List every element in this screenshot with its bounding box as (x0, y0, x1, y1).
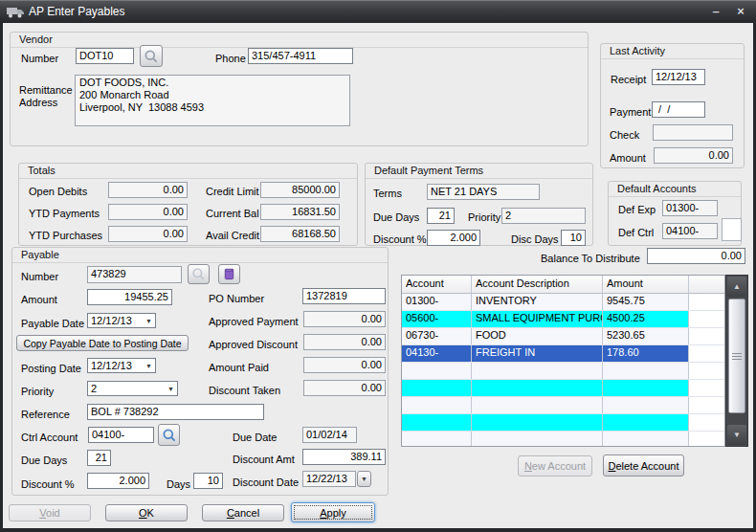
vendor-lookup-button[interactable] (140, 45, 163, 67)
terms-priority-label: Priority (468, 211, 500, 224)
table-cell-account (402, 363, 472, 379)
terms-discount-field[interactable]: 2.000 (427, 230, 480, 246)
priority-value: 2 (91, 383, 97, 395)
table-cell-description: INVENTORY (472, 294, 603, 310)
copy-payable-date-button[interactable]: Copy Payable Date to Posting Date (16, 335, 189, 351)
table-row[interactable] (402, 432, 724, 447)
dropdown-arrow-icon[interactable]: ▼ (145, 318, 152, 324)
table-cell-description (472, 380, 603, 396)
table-cell-amount (603, 432, 689, 447)
reference-field[interactable]: BOL # 738292 (87, 404, 264, 420)
cancel-button[interactable]: Cancel (202, 504, 284, 521)
amount-paid-field: 0.00 (303, 357, 386, 373)
payable-lookup-button[interactable] (188, 264, 210, 284)
table-row-filler (689, 345, 724, 362)
table-cell-description: FREIGHT IN (472, 345, 603, 362)
ctrl-account-field[interactable]: 04100- (88, 427, 154, 443)
dropdown-arrow-icon[interactable]: ▼ (167, 386, 174, 392)
def-accounts-browse-button[interactable] (722, 218, 742, 241)
discount-amt-field[interactable]: 389.11 (302, 449, 386, 465)
approved-discount-field: 0.00 (303, 334, 386, 350)
vendor-number-field[interactable]: DOT10 (76, 48, 134, 64)
remittance-address-label: Remittance Address (19, 84, 73, 109)
table-cell-account (402, 397, 472, 413)
table-row[interactable]: 01300-INVENTORY9545.75 (402, 294, 724, 311)
column-header-description: Account Description (472, 276, 603, 293)
table-cell-account: 06730- (402, 328, 472, 344)
payable-amount-field[interactable]: 19455.25 (87, 289, 172, 305)
payable-number-field[interactable]: 473829 (87, 266, 182, 283)
phone-field[interactable]: 315/457-4911 (248, 48, 353, 64)
posting-date-label: Posting Date (21, 363, 81, 375)
discount-date-field[interactable]: 12/22/13 (302, 471, 356, 487)
due-days-field[interactable]: 21 (87, 450, 111, 466)
table-row[interactable]: 05600-SMALL EQUIPMENT PURCHA4500.25 (402, 311, 724, 328)
table-row-filler (689, 311, 724, 327)
account-table-body: 01300-INVENTORY9545.7505600-SMALL EQUIPM… (402, 294, 724, 447)
delete-account-button[interactable]: Delete Account (603, 454, 684, 477)
window: AP Enter Payables – × Vendor Number DOT1… (0, 0, 756, 532)
payable-date-field[interactable]: 12/12/13 ▼ (87, 313, 156, 328)
apply-button[interactable]: Apply (291, 502, 375, 522)
priority-select[interactable]: 2 ▼ (87, 381, 178, 396)
table-row[interactable]: 06730-FOOD5230.65 (402, 328, 724, 345)
table-row-filler (689, 328, 724, 344)
truck-icon (7, 6, 25, 18)
search-icon (144, 49, 159, 64)
table-row[interactable] (402, 397, 724, 414)
account-table: Account Account Description Amount 01300… (401, 275, 725, 447)
discount-date-dropdown-button[interactable]: ▼ (357, 471, 371, 487)
dropdown-arrow-icon[interactable]: ▼ (145, 363, 152, 369)
def-exp-label: Def Exp (618, 204, 656, 216)
discount-pct-field[interactable]: 2.000 (87, 473, 149, 489)
table-row[interactable]: 04130-FREIGHT IN178.60 (402, 345, 724, 363)
search-icon (162, 428, 177, 443)
table-cell-amount (603, 380, 689, 396)
title-bar: AP Enter Payables – × (0, 0, 756, 23)
credit-limit-label: Credit Limit (206, 186, 259, 198)
scrollbar-thumb[interactable] (728, 299, 745, 413)
table-row[interactable] (402, 414, 724, 432)
terms-due-days-field[interactable]: 21 (427, 208, 455, 224)
scroll-up-button[interactable]: ▲ (727, 277, 746, 297)
void-button: Void (9, 504, 91, 521)
last-amount-label: Amount (610, 152, 646, 165)
ctrl-account-label: Ctrl Account (21, 432, 78, 444)
current-bal-field: 16831.50 (260, 204, 340, 220)
terms-field: NET 21 DAYS (427, 184, 540, 200)
table-row-filler (689, 414, 724, 431)
ctrl-account-lookup-button[interactable] (158, 424, 180, 446)
table-row[interactable] (402, 380, 724, 397)
notes-button[interactable] (218, 264, 240, 284)
table-cell-account (402, 414, 472, 431)
balance-to-distribute-field: 0.00 (647, 248, 745, 264)
payable-date-label: Payable Date (21, 318, 84, 330)
table-cell-description (472, 414, 603, 431)
po-number-field[interactable]: 1372819 (302, 288, 386, 304)
scroll-down-button[interactable]: ▼ (727, 425, 746, 445)
due-date-field: 01/02/14 (302, 427, 357, 443)
table-cell-amount (603, 397, 689, 413)
totals-caption: Totals (19, 164, 357, 179)
posting-date-value: 12/12/13 (91, 360, 132, 372)
close-button[interactable]: × (730, 2, 751, 20)
due-date-label: Due Date (233, 432, 277, 444)
table-cell-account (402, 380, 472, 396)
ok-button[interactable]: OK (105, 504, 188, 521)
table-cell-account: 05600- (402, 311, 472, 327)
new-account-button: New Account (518, 455, 592, 477)
amount-paid-label: Amount Paid (209, 362, 269, 374)
last-amount-field: 0.00 (654, 147, 733, 164)
days-field[interactable]: 10 (193, 473, 223, 489)
check-field (653, 124, 733, 141)
posting-date-field[interactable]: 12/12/13 ▼ (87, 358, 156, 373)
scrollbar[interactable]: ▲ ▼ (725, 275, 748, 447)
vendor-group-caption: Vendor (11, 33, 588, 48)
table-row[interactable] (402, 363, 724, 380)
disc-days-field[interactable]: 10 (561, 230, 586, 246)
minimize-button[interactable]: – (705, 2, 726, 20)
table-cell-account: 04130- (402, 345, 472, 362)
approved-payment-field: 0.00 (303, 311, 386, 327)
window-title: AP Enter Payables (29, 0, 125, 23)
table-cell-description: SMALL EQUIPMENT PURCHA (472, 311, 603, 327)
